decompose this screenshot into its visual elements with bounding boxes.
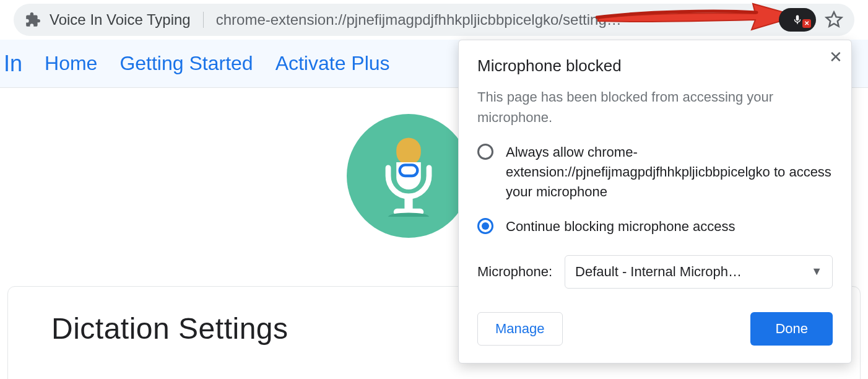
- radio-option-allow-label: Always allow chrome-extension://pjnefijm…: [506, 142, 833, 202]
- bookmark-star-icon[interactable]: [825, 11, 843, 29]
- nav-link-activate-plus[interactable]: Activate Plus: [276, 52, 390, 75]
- nav-link-getting-started[interactable]: Getting Started: [119, 52, 253, 75]
- radio-option-allow[interactable]: Always allow chrome-extension://pjnefijm…: [477, 142, 833, 202]
- svg-rect-2: [404, 198, 412, 210]
- radio-icon[interactable]: [477, 218, 493, 234]
- microphone-select-label: Microphone:: [477, 264, 552, 280]
- omnibox-separator: [203, 12, 204, 28]
- extension-icon: [25, 12, 41, 28]
- brand-logo-text: In: [0, 51, 22, 77]
- browser-address-bar-area: Voice In Voice Typing chrome-extension:/…: [0, 0, 868, 40]
- radio-option-block[interactable]: Continue blocking microphone access: [477, 217, 833, 237]
- omnibox-page-title: Voice In Voice Typing: [50, 11, 191, 28]
- popup-title: Microphone blocked: [477, 56, 833, 76]
- microphone-select[interactable]: Default - Internal Microph… ▼: [565, 255, 833, 289]
- radio-option-block-label: Continue blocking microphone access: [506, 217, 736, 237]
- blocked-badge-icon: ✕: [802, 19, 811, 28]
- manage-button-label: Manage: [495, 321, 545, 337]
- microphone-permission-popup: ✕ Microphone blocked This page has been …: [458, 40, 852, 364]
- radio-icon[interactable]: [477, 144, 493, 160]
- microphone-select-row: Microphone: Default - Internal Microph… …: [477, 255, 833, 289]
- done-button[interactable]: Done: [750, 312, 833, 346]
- svg-rect-0: [396, 137, 421, 165]
- close-icon[interactable]: ✕: [829, 49, 843, 65]
- nav-link-home[interactable]: Home: [45, 52, 97, 75]
- annotation-arrow: [596, 0, 800, 32]
- done-button-label: Done: [775, 321, 808, 337]
- microphone-select-value: Default - Internal Microph…: [575, 264, 742, 280]
- popup-button-row: Manage Done: [477, 312, 833, 346]
- manage-button[interactable]: Manage: [477, 312, 563, 346]
- omnibox[interactable]: Voice In Voice Typing chrome-extension:/…: [14, 4, 854, 36]
- app-logo: [347, 114, 471, 238]
- chevron-down-icon: ▼: [811, 265, 822, 278]
- omnibox-url: chrome-extension://pjnefijmagpdjfhhkplji…: [216, 11, 622, 28]
- popup-description: This page has been blocked from accessin…: [477, 87, 833, 128]
- microphone-blocked-indicator[interactable]: ✕: [779, 8, 816, 32]
